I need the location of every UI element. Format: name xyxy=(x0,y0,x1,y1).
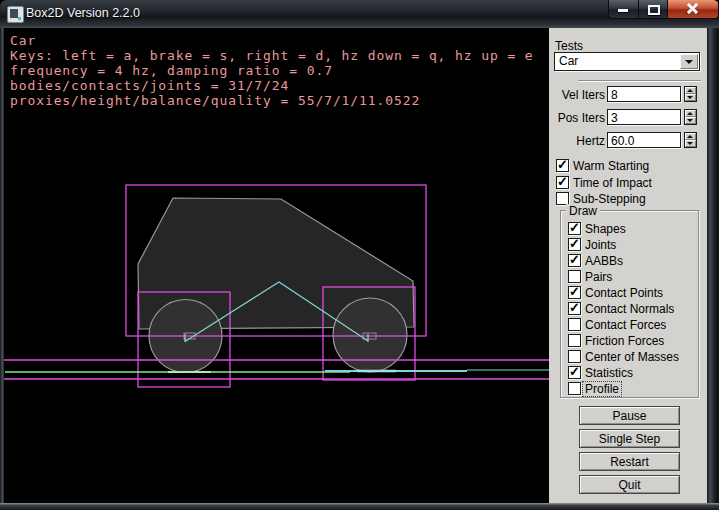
checkbox-label: Contact Normals xyxy=(585,302,674,316)
hertz-field[interactable] xyxy=(607,132,681,148)
stats-line: Car xyxy=(10,33,36,48)
window-border-bottom xyxy=(0,503,719,510)
app-icon xyxy=(7,6,24,23)
spinner-down-button[interactable] xyxy=(685,140,696,147)
test-select-dropdown[interactable]: Car xyxy=(554,52,700,71)
window-border-right xyxy=(707,28,719,503)
dropdown-arrow-button[interactable] xyxy=(680,54,698,69)
vel-iters-field[interactable] xyxy=(607,86,681,102)
minimize-icon xyxy=(618,9,628,12)
spinner-up-button[interactable] xyxy=(685,110,696,117)
stats-line: proxies/height/balance/quality = 55/7/1/… xyxy=(10,93,420,108)
app-icon-inner xyxy=(10,9,18,18)
maximize-button[interactable] xyxy=(639,0,667,19)
separator xyxy=(578,80,701,82)
spinner-up-button[interactable] xyxy=(685,133,696,140)
check-icon: ✓ xyxy=(569,364,580,379)
restart-button[interactable]: Restart xyxy=(579,452,680,471)
checkbox-label: Time of Impact xyxy=(573,176,652,190)
front-wheel-shape xyxy=(333,298,407,372)
checkbox-label: Shapes xyxy=(585,222,626,236)
checkbox-label: Contact Forces xyxy=(585,318,666,332)
check-icon: ✓ xyxy=(569,300,580,315)
maximize-icon xyxy=(648,5,660,15)
stats-line: Keys: left = a, brake = s, right = d, hz… xyxy=(10,48,534,63)
pos-iters-field[interactable] xyxy=(607,109,681,125)
check-icon: ✓ xyxy=(569,284,580,299)
arrow-up-icon xyxy=(687,112,693,115)
checkbox-box: ✓ xyxy=(568,366,581,379)
check-icon: ✓ xyxy=(569,236,580,251)
spinner-up-button[interactable] xyxy=(685,87,696,94)
checkbox-box: ✓ xyxy=(556,176,569,189)
simulation-canvas[interactable]: Car Keys: left = a, brake = s, right = d… xyxy=(4,28,549,503)
draw-group-title: Draw xyxy=(566,204,600,218)
checkbox-box: ✓ xyxy=(568,238,581,251)
checkbox-box: ✓ xyxy=(556,159,569,172)
pos-iters-label: Pos Iters xyxy=(549,111,605,125)
checkbox-label: AABBs xyxy=(585,254,623,268)
check-icon: ✓ xyxy=(569,252,580,267)
close-icon xyxy=(687,3,698,14)
checkbox-box: ✓ xyxy=(568,222,581,235)
checkbox-box xyxy=(568,318,581,331)
checkbox-box: ✓ xyxy=(568,302,581,315)
chevron-down-icon xyxy=(685,60,693,64)
checkbox-label: Statistics xyxy=(585,366,633,380)
app-window: Box2D Version 2.2.0 xyxy=(0,0,719,510)
quit-button[interactable]: Quit xyxy=(579,475,680,494)
window-controls xyxy=(608,0,719,18)
spinner-down-button[interactable] xyxy=(685,117,696,124)
checkbox-label: Contact Points xyxy=(585,286,663,300)
checkbox-label: Warm Starting xyxy=(573,159,649,173)
stats-text: Car Keys: left = a, brake = s, right = d… xyxy=(10,33,534,108)
window-title: Box2D Version 2.2.0 xyxy=(26,6,140,20)
close-button[interactable] xyxy=(667,0,719,19)
app-icon-dot xyxy=(18,17,21,20)
pos-iters-stepper[interactable] xyxy=(684,109,697,125)
checkbox-label: Friction Forces xyxy=(585,334,664,348)
checkbox-box xyxy=(568,270,581,283)
arrow-down-icon xyxy=(687,119,693,122)
stats-line: frequency = 4 hz, damping ratio = 0.7 xyxy=(10,63,333,78)
arrow-up-icon xyxy=(687,135,693,138)
checkbox-label: Center of Masses xyxy=(585,350,679,364)
check-icon: ✓ xyxy=(569,220,580,235)
hertz-stepper[interactable] xyxy=(684,132,697,148)
vel-iters-stepper[interactable] xyxy=(684,86,697,102)
check-icon: ✓ xyxy=(557,157,568,172)
checkbox-label: Profile xyxy=(583,382,621,396)
checkbox-box xyxy=(568,334,581,347)
pause-button[interactable]: Pause xyxy=(579,406,680,425)
checkbox-box: ✓ xyxy=(568,254,581,267)
vel-iters-label: Vel Iters xyxy=(549,88,605,102)
checkbox-box xyxy=(568,350,581,363)
check-icon: ✓ xyxy=(557,174,568,189)
checkbox-label: Pairs xyxy=(585,270,612,284)
titlebar[interactable]: Box2D Version 2.2.0 xyxy=(0,0,719,29)
hertz-label: Hertz xyxy=(549,134,605,148)
stats-line: bodies/contacts/joints = 31/7/24 xyxy=(10,78,289,93)
arrow-down-icon xyxy=(687,142,693,145)
arrow-up-icon xyxy=(687,89,693,92)
tests-label: Tests xyxy=(555,39,583,53)
checkbox-label: Joints xyxy=(585,238,616,252)
test-select-value: Car xyxy=(559,54,578,68)
spinner-down-button[interactable] xyxy=(685,94,696,101)
checkbox-box: ✓ xyxy=(568,286,581,299)
single-step-button[interactable]: Single Step xyxy=(579,429,680,448)
control-panel: Tests Car Vel Iters Pos Iters Hertz ✓ Wa xyxy=(549,28,707,503)
arrow-down-icon xyxy=(687,96,693,99)
minimize-button[interactable] xyxy=(608,0,639,19)
checkbox-box xyxy=(568,382,581,395)
